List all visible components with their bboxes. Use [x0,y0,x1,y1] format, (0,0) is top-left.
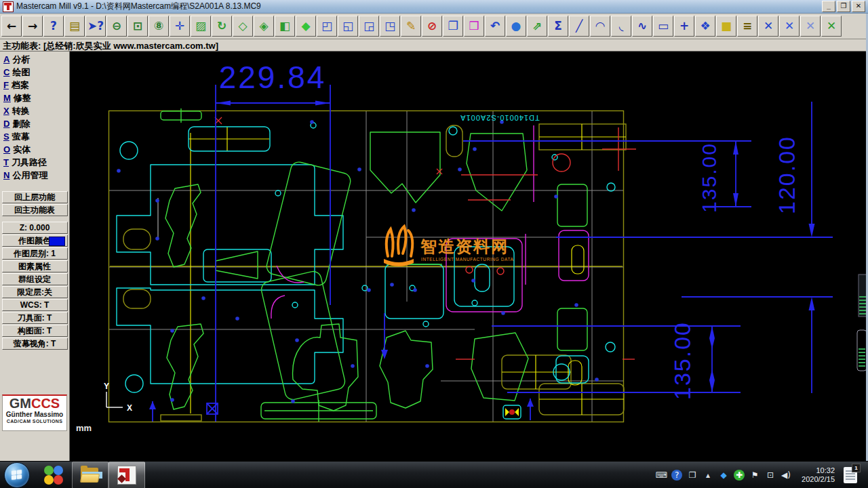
create-rectangle[interactable]: ▭ [653,16,673,37]
create-fillet[interactable]: ◟ [611,16,631,37]
forward[interactable]: → [22,16,43,37]
view-front[interactable]: ◱ [338,16,358,37]
file-cabinet[interactable]: ▤ [64,16,85,37]
solids[interactable]: O实体 [3,144,69,157]
create-spline[interactable]: ∿ [632,16,652,37]
system-tray: ⌨?❐▴◆✚⚑⊡◀) 10:32 2020/2/15 1 [656,462,868,488]
view-iso[interactable]: ◳ [380,16,400,37]
attributes[interactable]: 图素属性 [2,260,68,272]
toolbar-button-icon: ? [50,20,57,32]
select-help[interactable]: ➤? [85,16,106,37]
help-tray-icon[interactable]: ? [671,470,682,481]
volume-icon[interactable]: ◀) [781,470,791,481]
trim-divide[interactable]: ✕ [800,16,821,37]
analyze[interactable]: A分析 [3,54,69,66]
backup[interactable]: 回上层功能 [2,191,68,203]
watermark-subtitle: INTELLIGENT MANUFACTURING DATA [421,257,514,262]
nc-utils[interactable]: N公用管理 [3,169,69,182]
main-toolbar: ← → ? ▤ ➤? ⊖ ⊡ ⑧ ✛ ▨ ↻ ◇ ◈ ◧ ◆ ◰ ◱ ◲ ◳ ✎… [0,14,868,39]
z-depth[interactable]: Z: 0.000 [2,222,68,234]
cad-drawing[interactable]: 229.84 135.00 120.00 135.00 TD140010-S2A… [70,52,868,461]
create-arc[interactable]: ◠ [590,16,610,37]
zoom[interactable]: ⊖ [106,16,127,37]
create-surface[interactable]: ❖ [695,16,715,37]
xform[interactable]: X转换 [3,105,69,118]
screen-next[interactable]: ⇗ [527,16,547,37]
start-button[interactable] [4,462,30,488]
pan[interactable]: ✛ [170,16,190,37]
antivirus-icon[interactable]: ✚ [734,470,745,481]
display-tray-icon[interactable]: ❐ [687,470,698,481]
trim-1[interactable]: ✕ [758,16,778,37]
copy-entities[interactable]: ❐ [443,16,463,37]
action-center-icon[interactable]: ⚑ [749,470,760,481]
hatched-section-bars [857,274,867,371]
network-icon[interactable]: ⊡ [765,470,776,481]
close-button[interactable]: ✕ [852,1,865,12]
operations-manager[interactable]: ≡ [737,16,757,37]
menu-label: 刀具路径 [12,157,47,167]
construction-plane[interactable]: 构图面: T [2,325,68,337]
taskbar-app-mastercam[interactable] [108,462,145,488]
taskbar-app-explorer[interactable] [72,462,108,488]
control-button-label: WCS: T [20,300,50,310]
pencil[interactable]: ✎ [401,16,421,37]
repaint[interactable]: ▨ [191,16,211,37]
create-line[interactable]: ╱ [569,16,589,37]
wcs[interactable]: WCS: T [2,299,68,311]
groups[interactable]: 群组设定 [2,273,68,285]
limit-level[interactable]: 限定层:关 [2,286,68,298]
no-pencil[interactable]: ⊘ [422,16,442,37]
unzoom-08[interactable]: ⑧ [149,16,169,37]
notes-tray-icon[interactable]: 1 [844,467,857,483]
create[interactable]: C绘图 [3,66,69,79]
tool-plane[interactable]: 刀具面: T [2,312,68,324]
create-solid[interactable]: ■ [716,16,736,37]
dynamic-rotate[interactable]: ↻ [212,16,232,37]
main-menu[interactable]: 回主功能表 [2,204,68,216]
help[interactable]: ? [43,16,64,37]
minimize-button[interactable]: _ [822,1,835,12]
show-hidden-icons[interactable]: ▴ [703,470,713,481]
delete[interactable]: D删除 [3,118,69,131]
toolbar-button-icon: ✕ [764,20,773,32]
toolbar-button-icon: ╱ [576,20,583,32]
back[interactable]: ← [1,16,22,37]
window-title: Mastercam Mill v9.1 - D:\资料网Mastercam编程\… [16,1,261,12]
draw-level[interactable]: 作图层别: 1 [2,247,68,260]
toolbar-button-icon: ◰ [321,20,332,32]
view-side[interactable]: ◲ [359,16,379,37]
toolbar-button-icon: ➤? [87,20,104,32]
menu-hotkey: X [3,106,9,116]
clock[interactable]: 10:32 2020/2/15 [802,466,835,484]
menu-label: 转换 [12,106,30,116]
trim-2[interactable]: ✕ [779,16,800,37]
security-shield-icon[interactable]: ◆ [718,470,729,481]
trim-3[interactable]: ✕ [821,16,842,37]
graphics-view[interactable]: 萤幕视角: T [2,338,68,350]
gview-wireframe[interactable]: ◇ [233,16,253,37]
shade[interactable]: ● [506,16,526,37]
move-levels[interactable]: ❒ [464,16,484,37]
toolbar-button-icon: ⊘ [427,20,437,32]
screen[interactable]: S萤幕 [3,131,69,144]
statistics[interactable]: Σ [548,16,568,37]
graphics-area[interactable]: 229.84 135.00 120.00 135.00 TD140010-S2A… [70,52,868,461]
gview-half[interactable]: ◧ [275,16,295,37]
restore-button[interactable]: ❐ [837,1,850,12]
taskbar-app-browser[interactable] [35,462,72,488]
create-point[interactable]: + [674,16,694,37]
toolbar-button-icon: ✛ [175,20,184,32]
gview-axes[interactable]: ◈ [254,16,274,37]
draw-color[interactable]: 作图颜色 [2,235,68,247]
keyboard-tray-icon[interactable]: ⌨ [656,470,667,481]
view-top[interactable]: ◰ [317,16,337,37]
undo[interactable]: ↶ [485,16,505,37]
green-part-geometry [161,108,587,422]
file[interactable]: F档案 [3,79,69,92]
magenta-geometry [271,125,589,319]
gview-shaded[interactable]: ◆ [296,16,316,37]
toolpaths[interactable]: T刀具路径 [3,157,69,169]
zoom-window[interactable]: ⊡ [127,16,148,37]
modify[interactable]: M修整 [3,92,69,105]
